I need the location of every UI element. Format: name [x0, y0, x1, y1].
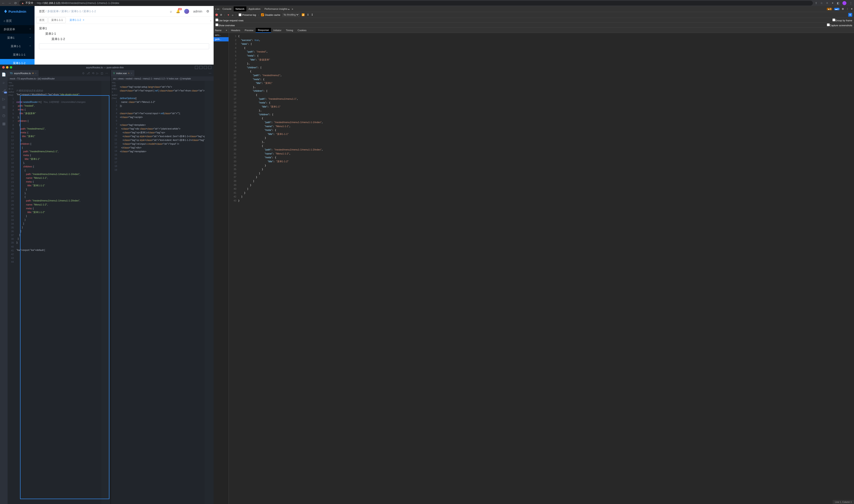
more-icon[interactable]: ⋯: [209, 72, 211, 75]
overview-checkbox[interactable]: Show overview: [215, 23, 235, 27]
gear-icon[interactable]: ⚙: [842, 7, 844, 11]
request-row[interactable]: getA...: [214, 37, 228, 41]
window-close[interactable]: [2, 66, 5, 69]
group-frame-checkbox[interactable]: Group by frame: [832, 18, 852, 22]
name-column[interactable]: Name: [215, 29, 222, 32]
back-button[interactable]: ←: [2, 1, 5, 5]
scm-icon[interactable]: ⎇: [2, 89, 6, 93]
timeline-icon[interactable]: ◷: [2, 113, 5, 118]
tab-performance[interactable]: Performance insights ▴: [263, 6, 291, 12]
tab-headers[interactable]: Headers: [229, 28, 243, 33]
editor-tab-asyncroutes[interactable]: TS asyncRoutes.ts M ×: [7, 70, 39, 76]
large-rows-checkbox[interactable]: Use large request rows: [215, 18, 243, 22]
sidebar-item-menu1[interactable]: 菜单1⌃: [0, 34, 35, 42]
wifi-icon[interactable]: 📶: [301, 13, 305, 16]
clear-icon[interactable]: ⊘: [220, 13, 222, 16]
info-badge[interactable]: ▬1: [834, 8, 839, 10]
brand-logo[interactable]: PureAdmin: [0, 6, 35, 17]
warning-badge[interactable]: ▲1: [827, 8, 832, 10]
insecure-icon: ▲: [21, 2, 24, 5]
code-area-left[interactable]: You, 1分钟前 | 1 author (You)12345678910111…: [7, 81, 110, 504]
tab-console[interactable]: Console: [221, 6, 233, 11]
sidebar-item-nested[interactable]: 多级菜单⌃: [0, 25, 35, 34]
window-maximize[interactable]: [10, 66, 12, 69]
layout-bottom-icon[interactable]: [199, 66, 203, 69]
share-icon[interactable]: ⇪: [815, 2, 817, 5]
extensions-icon[interactable]: ⊞: [2, 105, 5, 109]
run-icon[interactable]: ▷: [97, 72, 99, 75]
request-list: Name× serv... getA...: [214, 28, 229, 504]
sidebar-item-home[interactable]: ⌂ 首页: [0, 17, 35, 25]
tab-cookies[interactable]: Cookies: [295, 28, 309, 33]
tab-home[interactable]: 首页: [36, 17, 48, 23]
search-icon[interactable]: ⌕: [232, 14, 233, 16]
sidebar-item-menu1-1-1[interactable]: 菜单1-1-1: [0, 51, 35, 59]
tab-initiator[interactable]: Initiator: [271, 28, 283, 33]
preserve-log-checkbox[interactable]: Preserve log: [239, 13, 256, 16]
split-icon[interactable]: ◫: [101, 72, 103, 75]
search-icon[interactable]: ⌕: [3, 80, 5, 85]
editor-tab-index[interactable]: V index.vue A ×: [111, 70, 135, 76]
debug-icon[interactable]: ▷: [2, 97, 5, 101]
close-icon[interactable]: ×: [226, 29, 227, 32]
avatar[interactable]: [184, 9, 189, 14]
compass-icon[interactable]: ⊙: [82, 72, 84, 75]
gear-icon[interactable]: ⚙: [848, 13, 852, 17]
devtools: ⟐ ▭ | Console Network Application Perfor…: [214, 6, 854, 504]
browser-avatar[interactable]: [842, 1, 847, 5]
tab-menu1-1-2[interactable]: 菜单1-1-2 ×: [67, 17, 87, 23]
request-row[interactable]: serv...: [214, 33, 228, 37]
browser-menu-icon[interactable]: ⋮: [850, 2, 852, 5]
filter-icon[interactable]: ▼: [227, 14, 230, 16]
code-area-right[interactable]: You, 14秒钟前 | 1 author (You)1234567891011…: [111, 81, 214, 504]
close-icon[interactable]: ×: [131, 72, 132, 75]
project-icon[interactable]: ▦: [2, 122, 5, 126]
input-field[interactable]: [39, 43, 209, 49]
history-icon[interactable]: ⟲: [92, 72, 94, 75]
tab-timing[interactable]: Timing: [283, 28, 295, 33]
layout-left-icon[interactable]: [195, 66, 198, 69]
bookmark-icon[interactable]: ☆: [820, 2, 823, 5]
more-icon[interactable]: ⋮: [846, 7, 849, 11]
gear-icon[interactable]: ⚙: [206, 10, 209, 13]
explorer-icon[interactable]: 📄: [2, 72, 6, 76]
device-icon[interactable]: ▭: [217, 7, 219, 11]
tab-preview[interactable]: Preview: [243, 28, 256, 33]
minimap[interactable]: [205, 81, 214, 504]
bell-icon[interactable]: 🔔13: [176, 10, 180, 13]
layout-right-icon[interactable]: [204, 66, 207, 69]
disable-cache-checkbox[interactable]: Disable cache: [261, 13, 280, 16]
panel-icon[interactable]: ◧: [837, 2, 839, 5]
upload-icon[interactable]: ↥: [307, 13, 309, 16]
tab-menu1-1-1[interactable]: 菜单1-1-1: [48, 17, 66, 23]
inspect-icon[interactable]: ⟐: [215, 7, 216, 10]
search-icon[interactable]: ⌕: [170, 10, 172, 13]
close-icon[interactable]: ×: [851, 7, 853, 11]
minimap[interactable]: [101, 81, 110, 504]
response-json[interactable]: 1{ 2 "success": true, 3 "data": [ 4 { 5 …: [229, 33, 854, 504]
chevron-down-icon[interactable]: ⌄: [210, 19, 212, 22]
tab-response[interactable]: Response: [256, 28, 271, 33]
screenshots-checkbox[interactable]: Capture screenshots: [827, 23, 852, 27]
sidebar-item-menu1-1[interactable]: 菜单1-1⌃: [0, 42, 35, 51]
editor-breadcrumb[interactable]: mock › TS asyncRoutes.ts › [⊘] nestedRou…: [7, 76, 110, 81]
window-minimize[interactable]: [6, 66, 8, 69]
address-bar[interactable]: ▲ 不安全 | http://192.168.2.121:8848/#/nest…: [19, 1, 813, 5]
more-icon[interactable]: ⋯: [105, 72, 108, 75]
tab-network[interactable]: Network: [234, 6, 246, 11]
layout-grid-icon[interactable]: [208, 66, 211, 69]
extensions-icon[interactable]: ✦: [832, 2, 834, 5]
more-tabs-icon[interactable]: »: [292, 7, 293, 10]
record-button[interactable]: [215, 14, 218, 16]
download-icon[interactable]: ↧: [311, 13, 313, 16]
close-icon[interactable]: ×: [83, 18, 84, 22]
forward-button[interactable]: →: [8, 1, 11, 5]
username[interactable]: admin: [193, 10, 202, 13]
reload-button[interactable]: ⟳: [14, 1, 17, 5]
editor-breadcrumb[interactable]: src › views › nested › menu1 › menu1-1 ›…: [111, 76, 214, 81]
close-icon[interactable]: ×: [35, 72, 36, 75]
tab-application[interactable]: Application: [247, 6, 262, 11]
react-icon[interactable]: ⚛: [826, 2, 829, 5]
throttling-select[interactable]: No throttling: [282, 13, 299, 17]
branch-icon[interactable]: ⎇: [87, 72, 90, 75]
